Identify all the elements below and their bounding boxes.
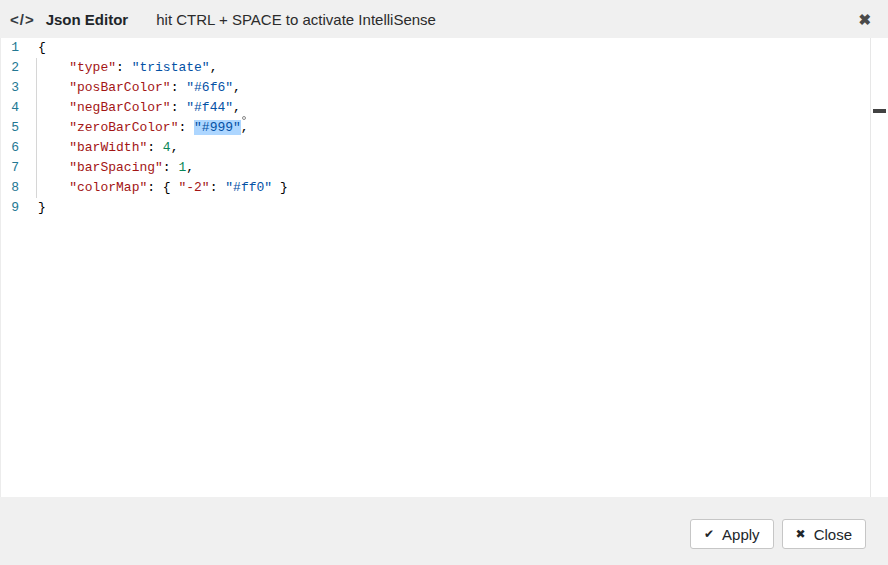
json-code-editor[interactable]: 1{2 "type": "tristate",3 "posBarColor": … <box>0 38 888 497</box>
editor-lines[interactable]: 1{2 "type": "tristate",3 "posBarColor": … <box>1 38 870 218</box>
code-line-content: "zeroBarColor": "#999", <box>19 118 249 138</box>
code-line-content: "negBarColor": "#f44", <box>19 98 241 118</box>
code-line[interactable]: 5 "zeroBarColor": "#999", <box>1 118 870 138</box>
code-line[interactable]: 4 "negBarColor": "#f44", <box>1 98 870 118</box>
line-number: 3 <box>1 78 19 98</box>
code-line[interactable]: 3 "posBarColor": "#6f6", <box>1 78 870 98</box>
code-icon: </> <box>10 11 35 28</box>
code-line[interactable]: 2 "type": "tristate", <box>1 58 870 78</box>
dialog-header: </> Json Editor hit CTRL + SPACE to acti… <box>0 0 888 38</box>
x-icon: ✖ <box>796 528 806 540</box>
line-number: 8 <box>1 178 19 198</box>
code-line-content: "posBarColor": "#6f6", <box>19 78 241 98</box>
dialog-title: Json Editor <box>46 11 129 28</box>
intellisense-hint: hit CTRL + SPACE to activate IntelliSens… <box>156 11 436 28</box>
code-line-content: { <box>19 38 46 58</box>
selection-handle <box>242 116 246 120</box>
code-line[interactable]: 8 "colorMap": { "-2": "#ff0" } <box>1 178 870 198</box>
line-number: 9 <box>1 198 19 218</box>
close-button[interactable]: ✖ Close <box>782 519 866 549</box>
code-line-content: "colorMap": { "-2": "#ff0" } <box>19 178 288 198</box>
overview-ruler-scrollbar[interactable] <box>870 38 888 497</box>
dialog-footer: ✔ Apply ✖ Close <box>0 497 888 565</box>
code-line[interactable]: 9} <box>1 198 870 218</box>
line-number: 5 <box>1 118 19 138</box>
line-number: 1 <box>1 38 19 58</box>
line-number: 7 <box>1 158 19 178</box>
code-line-content: "barWidth": 4, <box>19 138 178 158</box>
close-button-label: Close <box>814 526 852 543</box>
apply-button-label: Apply <box>722 526 760 543</box>
json-editor-dialog: </> Json Editor hit CTRL + SPACE to acti… <box>0 0 888 565</box>
line-number: 4 <box>1 98 19 118</box>
code-line-content: "type": "tristate", <box>19 58 217 78</box>
close-icon[interactable]: ✖ <box>858 12 871 27</box>
code-line[interactable]: 1{ <box>1 38 870 58</box>
selected-text: "#999" <box>194 120 241 135</box>
line-number: 2 <box>1 58 19 78</box>
code-line[interactable]: 7 "barSpacing": 1, <box>1 158 870 178</box>
check-icon: ✔ <box>704 528 714 540</box>
code-line[interactable]: 6 "barWidth": 4, <box>1 138 870 158</box>
code-line-content: "barSpacing": 1, <box>19 158 194 178</box>
code-line-content: } <box>19 198 46 218</box>
overview-ruler-cursor-marker <box>873 109 886 113</box>
apply-button[interactable]: ✔ Apply <box>690 519 774 549</box>
line-number: 6 <box>1 138 19 158</box>
